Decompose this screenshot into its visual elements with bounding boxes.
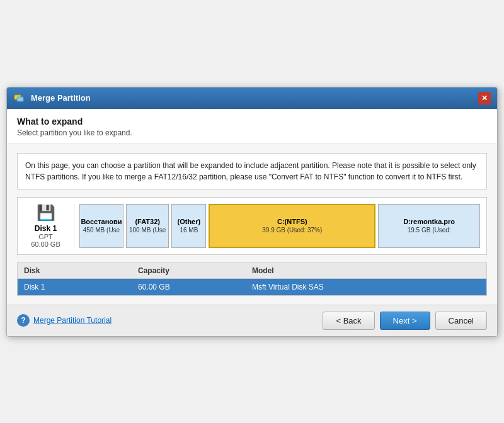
disk-info: 💾 Disk 1 GPT 60.00 GB — [24, 204, 74, 248]
cell-model: Msft Virtual Disk SAS — [252, 283, 480, 291]
help-link[interactable]: Merge Partition Tutorial — [33, 316, 112, 325]
disk-visual-name: Disk 1 — [35, 224, 57, 233]
description-text: On this page, you can choose a partition… — [17, 153, 487, 189]
disk-icon: 💾 — [37, 204, 55, 222]
help-icon[interactable]: ? — [17, 314, 30, 327]
partition-2-name: (FAT32) — [135, 218, 160, 225]
close-button[interactable]: ✕ — [478, 92, 491, 104]
cell-disk: Disk 1 — [24, 283, 138, 291]
footer-right: < Back Next > Cancel — [323, 312, 487, 330]
partition-1[interactable]: Восстанови 450 MB (Use — [79, 204, 123, 248]
partition-4[interactable]: C:(NTFS) 39.9 GB (Used: 37%) — [209, 204, 375, 248]
partition-3-name: (Other) — [178, 218, 201, 225]
content-area: On this page, you can choose a partition… — [7, 144, 497, 305]
dialog-title: Merge Partition — [31, 93, 473, 103]
partition-5-size: 19.5 GB (Used: — [408, 227, 451, 234]
col-header-model: Model — [252, 266, 480, 275]
partition-5-name: D:remontka.pro — [403, 218, 455, 225]
disk-visual: 💾 Disk 1 GPT 60.00 GB Восстанови 450 MB … — [17, 197, 487, 255]
title-bar: Merge Partition ✕ — [7, 87, 497, 109]
partition-1-name: Восстанови — [81, 218, 122, 225]
merge-partition-dialog: Merge Partition ✕ What to expand Select … — [6, 87, 498, 337]
section-subtitle: Select partition you like to expand. — [17, 128, 487, 137]
partition-2-size: 100 MB (Use — [129, 227, 166, 234]
partition-2[interactable]: (FAT32) 100 MB (Use — [126, 204, 169, 248]
cell-capacity: 60.00 GB — [138, 283, 252, 291]
svg-rect-1 — [17, 97, 23, 101]
col-header-disk: Disk — [24, 266, 138, 275]
col-header-capacity: Capacity — [138, 266, 252, 275]
partition-4-name: C:(NTFS) — [277, 218, 307, 225]
footer-left: ? Merge Partition Tutorial — [17, 314, 112, 327]
table-row[interactable]: Disk 1 60.00 GB Msft Virtual Disk SAS — [18, 279, 486, 295]
partitions-row: Восстанови 450 MB (Use (FAT32) 100 MB (U… — [79, 204, 480, 248]
disk-table: Disk Capacity Model Disk 1 60.00 GB Msft… — [17, 262, 487, 296]
table-header: Disk Capacity Model — [18, 263, 486, 279]
footer: ? Merge Partition Tutorial < Back Next >… — [7, 305, 497, 336]
partition-5[interactable]: D:remontka.pro 19.5 GB (Used: — [378, 204, 480, 248]
partition-3[interactable]: (Other) 16 MB — [171, 204, 206, 248]
section-header: What to expand Select partition you like… — [7, 109, 497, 144]
cancel-button[interactable]: Cancel — [435, 312, 487, 330]
next-button[interactable]: Next > — [380, 312, 430, 330]
disk-visual-size: 60.00 GB — [31, 240, 60, 248]
partition-3-size: 16 MB — [180, 227, 198, 234]
back-button[interactable]: < Back — [323, 312, 374, 330]
app-icon — [13, 92, 26, 104]
partition-4-size: 39.9 GB (Used: 37%) — [262, 227, 322, 234]
disk-visual-type: GPT — [38, 233, 53, 240]
partition-1-size: 450 MB (Use — [83, 227, 120, 234]
section-title: What to expand — [17, 116, 487, 127]
